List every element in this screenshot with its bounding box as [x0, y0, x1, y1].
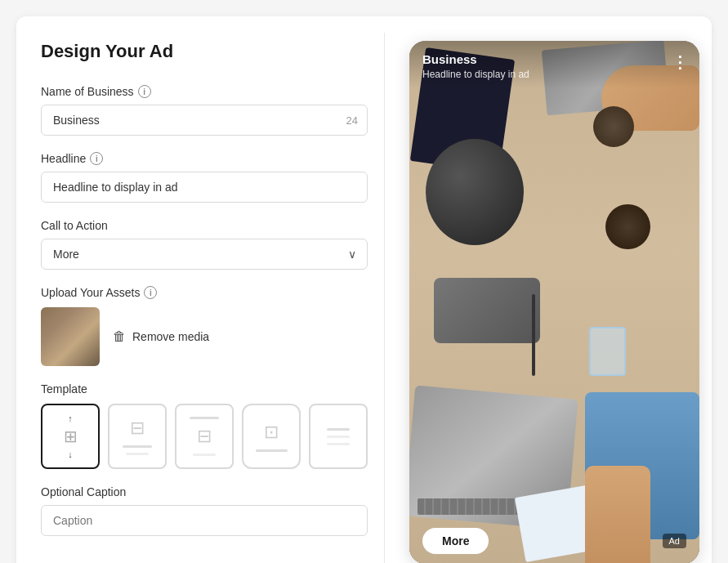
business-name-input[interactable] [41, 105, 368, 136]
template-label: Template [41, 382, 368, 395]
desk-cup2 [605, 204, 650, 249]
template-4-line [256, 449, 288, 452]
template-3-inner: ⊟ [181, 410, 227, 462]
phone-bottom-bar: More Ad [409, 518, 699, 563]
template-1-arrow-down: ↓ [68, 449, 73, 459]
business-name-label: Name of Business i [41, 85, 368, 98]
template-option-3[interactable]: ⊟ [175, 404, 234, 469]
business-name-char-count: 24 [346, 114, 358, 127]
template-1-image-icon: ⊞ [64, 427, 78, 446]
cta-select-wrapper: More Learn More Sign Up Contact Us Shop … [41, 239, 368, 270]
headline-section: Headline i [41, 152, 368, 203]
media-thumbnail [41, 307, 100, 366]
template-3-line-top [190, 417, 219, 419]
trash-icon: 🗑 [113, 329, 126, 344]
template-section: Template ↑ ⊞ ↓ ⊟ [41, 382, 368, 469]
desk-water-glass [589, 327, 626, 376]
desk-cable [532, 294, 535, 376]
template-option-4[interactable]: ⊡ [242, 404, 301, 469]
template-5-line1 [327, 428, 350, 431]
business-name-section: Name of Business i 24 [41, 85, 368, 136]
headline-input[interactable] [41, 172, 368, 203]
phone-overlay-top: Business Headline to display in ad [409, 41, 699, 88]
template-3-image-icon: ⊟ [197, 426, 212, 447]
template-option-1[interactable]: ↑ ⊞ ↓ [41, 404, 100, 469]
template-4-inner: ⊡ [247, 409, 296, 464]
template-1-arrow-up: ↑ [68, 413, 73, 423]
template-5-line3 [327, 443, 350, 445]
caption-label: Optional Caption [41, 485, 368, 498]
left-panel: Design Your Ad Name of Business i 24 Hea… [33, 33, 385, 563]
caption-section: Optional Caption [41, 485, 368, 536]
business-name-info-icon[interactable]: i [138, 85, 151, 98]
template-5-line2 [327, 436, 350, 438]
desk-hdd [434, 278, 540, 343]
upload-label: Upload Your Assets i [41, 286, 368, 299]
upload-info-icon[interactable]: i [144, 286, 157, 299]
right-panel: Business Headline to display in ad ⋮ Mor… [401, 33, 708, 563]
template-option-2[interactable]: ⊟ [108, 404, 167, 469]
thumbnail-image [41, 307, 100, 366]
remove-media-button[interactable]: 🗑 Remove media [113, 324, 209, 349]
template-3-line-bottom [193, 454, 216, 456]
preview-headline: Headline to display in ad [422, 69, 686, 80]
main-container: Design Your Ad Name of Business i 24 Hea… [16, 16, 712, 563]
preview-business-name: Business [422, 52, 686, 67]
headline-label: Headline i [41, 152, 368, 165]
desk-background [409, 41, 699, 563]
template-2-inner: ⊟ [114, 410, 160, 462]
business-name-input-wrapper: 24 [41, 105, 368, 136]
template-options: ↑ ⊞ ↓ ⊟ ⊟ [41, 404, 368, 469]
upload-area: 🗑 Remove media [41, 307, 368, 366]
template-2-line [123, 445, 152, 448]
upload-section: Upload Your Assets i 🗑 Remove media [41, 286, 368, 366]
template-5-inner [315, 410, 361, 462]
phone-preview: Business Headline to display in ad ⋮ Mor… [409, 41, 699, 563]
desk-teapot [426, 139, 524, 245]
template-2-image-icon: ⊟ [130, 418, 145, 439]
caption-input[interactable] [41, 505, 368, 536]
cta-label: Call to Action [41, 219, 368, 232]
menu-dots-icon[interactable]: ⋮ [672, 52, 688, 72]
phone-image-area: Business Headline to display in ad ⋮ Mor… [409, 41, 699, 563]
template-1-inner: ↑ ⊞ ↓ [47, 410, 93, 462]
template-2-line2 [126, 453, 149, 455]
template-4-image-icon: ⊡ [264, 422, 279, 443]
headline-info-icon[interactable]: i [90, 152, 103, 165]
preview-cta-button[interactable]: More [422, 528, 489, 554]
cta-section: Call to Action More Learn More Sign Up C… [41, 219, 368, 270]
template-option-5[interactable] [309, 404, 368, 469]
cta-select[interactable]: More Learn More Sign Up Contact Us Shop … [41, 239, 368, 270]
desk-cup [593, 106, 634, 147]
preview-ad-badge: Ad [663, 534, 686, 548]
page-title: Design Your Ad [41, 41, 368, 62]
